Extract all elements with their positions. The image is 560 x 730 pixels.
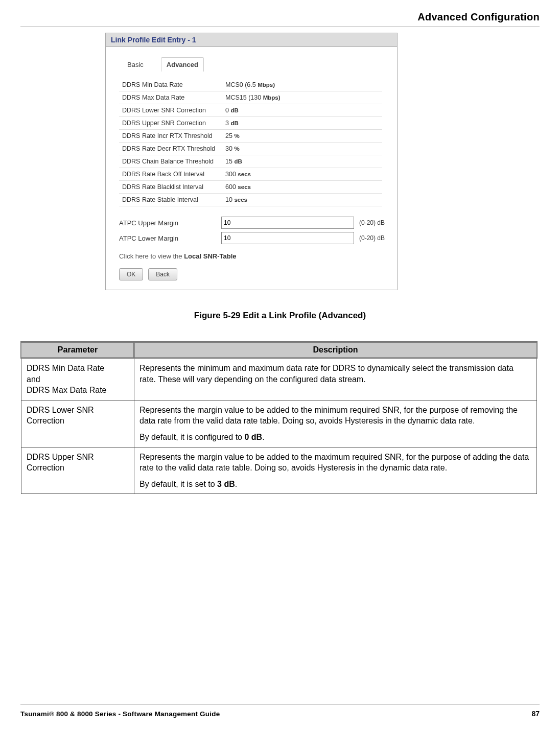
page-header-title: Advanced Configuration <box>417 11 540 23</box>
atpc-lower-label: ATPC Lower Margin <box>119 234 216 242</box>
tab-advanced[interactable]: Advanced <box>161 57 204 72</box>
ddrs-upper-snr-label: DDRS Upper SNR Correction <box>119 117 222 130</box>
ddrs-chain-balance-label: DDRS Chain Balance Threshold <box>119 155 222 168</box>
ddrs-rate-incr-label: DDRS Rate Incr RTX Threshold <box>119 130 222 143</box>
ddrs-rate-decr-label: DDRS Rate Decr RTX Threshold <box>119 143 222 155</box>
window-titlebar: Link Profile Edit Entry - 1 <box>106 33 397 47</box>
header-divider <box>20 27 540 27</box>
figure-caption: Figure 5-29 Edit a Link Profile (Advance… <box>0 311 560 321</box>
table-header-description: Description <box>134 342 537 358</box>
ddrs-blacklist-value: 600 secs <box>222 181 382 194</box>
atpc-lower-input[interactable] <box>221 232 354 244</box>
atpc-lower-range: (0-20) dB <box>359 234 385 242</box>
ok-button[interactable]: OK <box>119 268 143 280</box>
table-row: DDRS Lower SNR Correction <box>21 400 134 447</box>
ddrs-settings-table: DDRS Min Data Rate MCS0 (6.5 Mbps) DDRS … <box>119 79 382 206</box>
ddrs-stable-label: DDRS Rate Stable Interval <box>119 194 222 206</box>
atpc-upper-label: ATPC Upper Margin <box>119 219 216 227</box>
ddrs-lower-snr-label: DDRS Lower SNR Correction <box>119 104 222 117</box>
ddrs-chain-balance-value: 15 dB <box>222 155 382 168</box>
ddrs-backoff-value: 300 secs <box>222 168 382 181</box>
table-header-parameter: Parameter <box>21 342 134 358</box>
parameter-description-table: Parameter Description DDRS Min Data Rate… <box>20 341 538 494</box>
ddrs-rate-incr-value: 25 % <box>222 130 382 143</box>
table-row: DDRS Min Data Rate and DDRS Max Data Rat… <box>21 358 134 401</box>
footer-page-number: 87 <box>531 710 540 718</box>
ddrs-min-rate-label: DDRS Min Data Rate <box>119 79 222 91</box>
snr-table-prefix: Click here to view the <box>119 252 184 260</box>
ddrs-lower-snr-value: 0 dB <box>222 104 382 117</box>
ddrs-rate-decr-value: 30 % <box>222 143 382 155</box>
link-profile-window: Link Profile Edit Entry - 1 Basic Advanc… <box>105 33 398 290</box>
ddrs-max-rate-value: MCS15 (130 Mbps) <box>222 91 382 104</box>
ddrs-backoff-label: DDRS Rate Back Off Interval <box>119 168 222 181</box>
footer-divider <box>20 704 540 704</box>
ddrs-stable-value: 10 secs <box>222 194 382 206</box>
tab-basic[interactable]: Basic <box>122 58 149 72</box>
table-cell-description: Represents the margin value to be added … <box>134 400 537 447</box>
atpc-upper-input[interactable] <box>221 217 354 229</box>
ddrs-min-rate-value: MCS0 (6.5 Mbps) <box>222 79 382 91</box>
table-cell-description: Represents the margin value to be added … <box>134 447 537 494</box>
table-cell-description: Represents the minimum and maximum data … <box>134 358 537 401</box>
table-row: DDRS Upper SNR Correction <box>21 447 134 494</box>
back-button[interactable]: Back <box>148 268 177 280</box>
footer-guide-title: Tsunami® 800 & 8000 Series - Software Ma… <box>20 710 220 718</box>
atpc-upper-range: (0-20) dB <box>359 219 385 226</box>
snr-table-link[interactable]: Local SNR-Table <box>184 252 236 260</box>
ddrs-max-rate-label: DDRS Max Data Rate <box>119 91 222 104</box>
ddrs-upper-snr-value: 3 dB <box>222 117 382 130</box>
ddrs-blacklist-label: DDRS Rate Blacklist Interval <box>119 181 222 194</box>
